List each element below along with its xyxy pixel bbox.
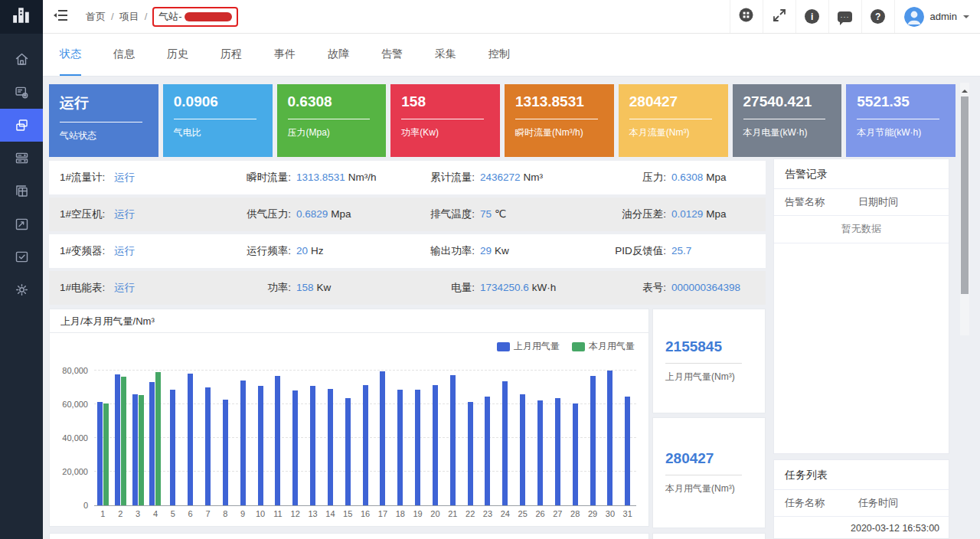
scroll-up-arrow-icon[interactable] [962, 87, 968, 93]
x-axis-tick-label: 14 [322, 509, 339, 518]
alarm-records-panel: 告警记录 告警名称 日期时间 暂无数据 [773, 158, 949, 454]
device-name-status: 1#流量计:运行 [49, 171, 217, 185]
bar-上月用气量[interactable] [310, 386, 315, 505]
apps-icon [739, 8, 753, 25]
main-content: 状态信息历史历程事件故障告警采集控制 运行气站状态0.0906气电比0.6308… [43, 34, 980, 539]
chevron-down-icon [963, 15, 969, 21]
x-axis-tick-label: 3 [129, 509, 147, 518]
info-button[interactable]: i [795, 0, 828, 33]
bar-group-day-29 [584, 371, 602, 505]
sidebar-collapse-button[interactable] [43, 0, 78, 33]
tab-历程[interactable]: 历程 [220, 34, 242, 76]
y-axis-tick-label: 0 [53, 501, 88, 510]
stat-card-5: 280427本月流量(Nm³) [619, 84, 728, 157]
sidebar-item-report-edit[interactable] [0, 207, 43, 240]
stat-card-label: 功率(Kw) [401, 126, 489, 139]
field-value: 75 [480, 208, 492, 220]
vertical-scrollbar[interactable] [960, 83, 969, 335]
task-check-icon [14, 249, 30, 265]
sidebar-item-tasks[interactable] [0, 240, 43, 273]
task-col-time: 任务时间 [858, 496, 898, 510]
stat-card-divider [288, 119, 371, 119]
bar-上月用气量[interactable] [397, 390, 403, 505]
tab-采集[interactable]: 采集 [435, 34, 456, 76]
device-name: 1#电能表: [60, 282, 105, 293]
sidebar-item-archive[interactable] [0, 175, 43, 207]
bar-上月用气量[interactable] [170, 390, 175, 505]
bar-上月用气量[interactable] [415, 390, 420, 505]
last-month-usage-panel: 2155845 上月用气量(Nm³) [652, 309, 766, 413]
help-button[interactable]: ? [861, 0, 894, 33]
bar-上月用气量[interactable] [590, 376, 596, 505]
user-menu[interactable]: admin [894, 0, 980, 33]
bar-上月用气量[interactable] [132, 394, 138, 505]
bar-上月用气量[interactable] [363, 385, 368, 505]
bar-本月用气量[interactable] [103, 403, 109, 505]
bar-上月用气量[interactable] [502, 381, 508, 505]
device-field: 输出功率:29Kw [416, 244, 593, 258]
gear-icon [14, 282, 30, 298]
apps-button[interactable] [730, 0, 763, 33]
bar-上月用气量[interactable] [205, 387, 211, 505]
bar-上月用气量[interactable] [328, 389, 333, 505]
buildings-logo-icon [11, 6, 31, 28]
sidebar-item-devices[interactable] [0, 142, 43, 175]
bar-上月用气量[interactable] [240, 381, 246, 505]
tab-故障[interactable]: 故障 [328, 34, 349, 76]
bar-group-day-11 [269, 371, 286, 505]
bar-上月用气量[interactable] [537, 400, 543, 506]
tab-状态[interactable]: 状态 [60, 34, 81, 76]
stat-card-value: 158 [401, 93, 489, 110]
legend-item[interactable]: 本月用气量 [572, 340, 635, 353]
app-logo[interactable] [0, 0, 43, 34]
bar-上月用气量[interactable] [223, 400, 228, 505]
bar-上月用气量[interactable] [607, 371, 612, 505]
bar-上月用气量[interactable] [555, 398, 560, 505]
bar-上月用气量[interactable] [520, 394, 525, 505]
field-unit: Hz [311, 245, 324, 256]
bar-上月用气量[interactable] [345, 398, 351, 505]
tab-信息[interactable]: 信息 [113, 34, 135, 76]
legend-item[interactable]: 上月用气量 [497, 340, 560, 353]
archive-icon [14, 183, 30, 199]
stat-card-label: 本月电量(kW·h) [743, 126, 831, 139]
this-month-usage-label: 本月用气量(Nm³) [665, 482, 753, 495]
bar-本月用气量[interactable] [155, 372, 161, 505]
sidebar-item-report-config[interactable] [0, 76, 43, 109]
bar-group-day-14 [322, 371, 339, 505]
bar-上月用气量[interactable] [275, 376, 280, 505]
bar-本月用气量[interactable] [139, 395, 144, 505]
bar-上月用气量[interactable] [292, 390, 298, 505]
device-field: PID反馈值:25.7 [593, 244, 766, 258]
table-row[interactable]: 2020-03-12 16:53:00 [774, 517, 949, 539]
bar-上月用气量[interactable] [625, 397, 630, 505]
tab-控制[interactable]: 控制 [488, 34, 510, 76]
bar-上月用气量[interactable] [380, 371, 385, 505]
task-table-header: 任务名称 任务时间 [774, 490, 949, 517]
bar-上月用气量[interactable] [468, 402, 473, 505]
bar-上月用气量[interactable] [97, 402, 103, 505]
bar-上月用气量[interactable] [433, 385, 438, 505]
bar-上月用气量[interactable] [149, 382, 155, 505]
tab-事件[interactable]: 事件 [274, 34, 296, 76]
bar-上月用气量[interactable] [485, 397, 490, 505]
bar-上月用气量[interactable] [450, 375, 456, 506]
sidebar-item-home[interactable] [0, 43, 43, 76]
stat-card-label: 本月节能(kW·h) [857, 126, 945, 139]
bar-上月用气量[interactable] [258, 386, 263, 505]
fullscreen-button[interactable] [763, 0, 795, 33]
sidebar-item-screens[interactable] [0, 109, 43, 142]
y-axis-tick-label: 60,000 [53, 400, 88, 409]
bar-上月用气量[interactable] [188, 374, 193, 505]
message-button[interactable]: ··· [828, 0, 861, 33]
bar-上月用气量[interactable] [115, 374, 120, 505]
bar-本月用气量[interactable] [121, 377, 126, 505]
scrollbar-thumb[interactable] [961, 96, 969, 294]
bar-上月用气量[interactable] [573, 403, 578, 505]
sidebar-item-settings[interactable] [0, 273, 43, 306]
bar-group-day-3 [129, 371, 147, 505]
breadcrumb-link[interactable]: 项目 [119, 10, 139, 24]
breadcrumb-link[interactable]: 首页 [86, 10, 106, 24]
tab-告警[interactable]: 告警 [381, 34, 403, 76]
tab-历史[interactable]: 历史 [167, 34, 188, 76]
